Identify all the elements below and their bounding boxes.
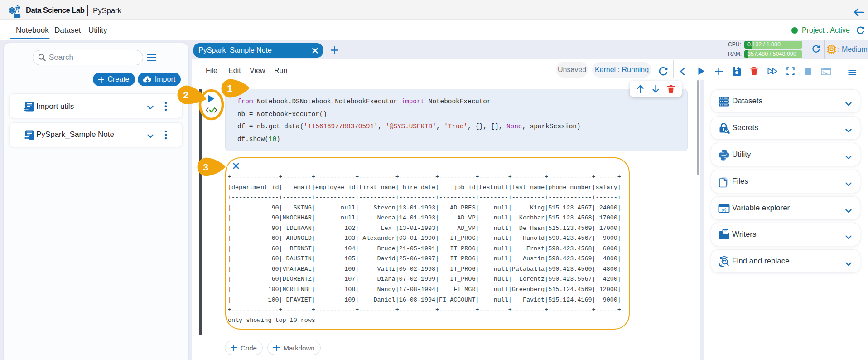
- svg-text:2: 2: [183, 90, 188, 100]
- svg-text:3: 3: [203, 162, 208, 172]
- svg-text:1: 1: [227, 83, 232, 93]
- svg-text:(x): (x): [722, 208, 727, 212]
